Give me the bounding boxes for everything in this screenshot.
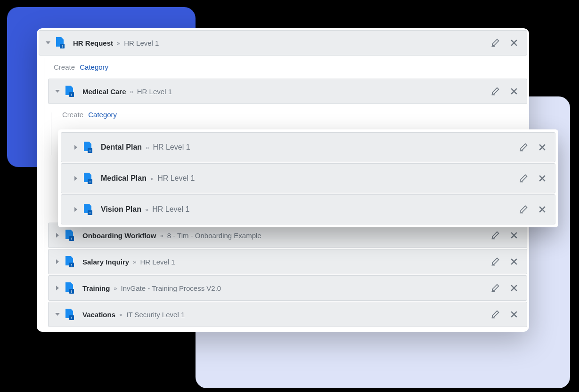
edit-icon[interactable] — [490, 38, 500, 48]
category-desc: HR Level 1 — [157, 174, 195, 183]
category-desc: 8 - Tim - Onboarding Example — [167, 232, 261, 240]
category-title: Salary Inquiry — [82, 258, 129, 266]
breadcrumb-separator: » — [117, 40, 120, 47]
svg-marker-7 — [74, 176, 77, 181]
edit-icon[interactable] — [490, 256, 500, 267]
category-title: Medical Plan — [101, 174, 147, 183]
chevron-right-icon[interactable] — [73, 206, 79, 213]
breadcrumb-separator: » — [146, 144, 149, 151]
chevron-right-icon[interactable] — [73, 144, 79, 151]
chevron-right-icon[interactable] — [54, 232, 61, 239]
svg-marker-5 — [55, 313, 60, 316]
edit-icon[interactable] — [490, 309, 500, 320]
chevron-down-icon[interactable] — [45, 40, 51, 46]
category-title: Medical Care — [82, 88, 126, 96]
svg-marker-3 — [56, 259, 59, 264]
svg-marker-4 — [56, 286, 59, 290]
category-row-vacations[interactable]: ! Vacations » IT Security Level 1 — [48, 302, 527, 327]
edit-icon[interactable] — [518, 142, 529, 152]
svg-marker-0 — [46, 41, 50, 44]
svg-marker-8 — [74, 207, 77, 212]
document-icon: ! — [65, 230, 75, 241]
category-title: Vacations — [82, 311, 115, 319]
document-icon: ! — [65, 256, 75, 267]
create-category-link[interactable]: Category — [88, 111, 117, 119]
document-icon: ! — [84, 204, 93, 215]
subcategory-overlay: ! Dental Plan » HR Level 1 ! Medical Pla… — [58, 129, 558, 227]
document-icon: ! — [84, 173, 93, 184]
edit-icon[interactable] — [490, 230, 500, 240]
svg-marker-6 — [74, 145, 77, 150]
close-icon[interactable] — [509, 38, 519, 48]
category-row-root[interactable]: ! HR Request » HR Level 1 — [39, 30, 527, 56]
close-icon[interactable] — [509, 256, 519, 267]
edit-icon[interactable] — [518, 204, 529, 215]
chevron-down-icon[interactable] — [54, 88, 61, 95]
document-icon: ! — [84, 142, 93, 153]
category-row-medical-care[interactable]: ! Medical Care » HR Level 1 — [48, 79, 527, 104]
close-icon[interactable] — [537, 173, 547, 184]
breadcrumb-separator: » — [119, 311, 122, 318]
breadcrumb-separator: » — [150, 175, 154, 182]
chevron-right-icon[interactable] — [54, 285, 61, 291]
category-row-training[interactable]: ! Training » InvGate - Training Process … — [48, 275, 527, 301]
create-category-link[interactable]: Category — [80, 63, 108, 71]
edit-icon[interactable] — [490, 283, 500, 293]
category-row-dental-plan[interactable]: ! Dental Plan » HR Level 1 — [61, 132, 555, 162]
category-desc: HR Level 1 — [137, 88, 172, 96]
chevron-right-icon[interactable] — [73, 175, 79, 182]
edit-icon[interactable] — [518, 173, 529, 184]
breadcrumb-separator: » — [145, 206, 148, 213]
category-row-medical-plan[interactable]: ! Medical Plan » HR Level 1 — [61, 163, 555, 193]
category-desc: HR Level 1 — [124, 39, 159, 47]
close-icon[interactable] — [509, 283, 519, 293]
close-icon[interactable] — [537, 142, 547, 152]
close-icon[interactable] — [509, 86, 519, 96]
document-icon: ! — [65, 282, 75, 294]
category-title: Training — [82, 284, 110, 292]
breadcrumb-separator: » — [133, 258, 136, 265]
svg-marker-1 — [55, 90, 60, 93]
category-desc: HR Level 1 — [140, 258, 175, 266]
category-desc: HR Level 1 — [153, 143, 190, 152]
document-icon: ! — [65, 309, 75, 320]
create-category-line: Create Category — [62, 105, 529, 125]
category-desc: InvGate - Training Process V2.0 — [121, 284, 221, 292]
edit-icon[interactable] — [490, 86, 500, 96]
category-desc: HR Level 1 — [152, 205, 189, 214]
close-icon[interactable] — [537, 204, 547, 215]
close-icon[interactable] — [509, 309, 519, 320]
category-row-vision-plan[interactable]: ! Vision Plan » HR Level 1 — [61, 194, 555, 224]
category-title: HR Request — [73, 39, 113, 47]
breadcrumb-separator: » — [130, 88, 133, 95]
chevron-down-icon[interactable] — [54, 311, 61, 318]
category-desc: IT Security Level 1 — [126, 311, 185, 319]
create-label: Create — [54, 63, 75, 71]
category-title: Dental Plan — [101, 143, 142, 152]
category-row-salary[interactable]: ! Salary Inquiry » HR Level 1 — [48, 249, 527, 274]
category-title: Onboarding Workflow — [82, 232, 156, 240]
category-title: Vision Plan — [101, 205, 141, 214]
svg-marker-2 — [56, 233, 59, 238]
create-label: Create — [62, 111, 83, 119]
document-icon: ! — [65, 86, 75, 97]
create-category-line: Create Category — [54, 57, 529, 78]
breadcrumb-separator: » — [160, 232, 163, 239]
document-icon: ! — [56, 37, 65, 48]
chevron-right-icon[interactable] — [54, 258, 61, 265]
close-icon[interactable] — [509, 230, 519, 240]
breadcrumb-separator: » — [114, 285, 117, 292]
